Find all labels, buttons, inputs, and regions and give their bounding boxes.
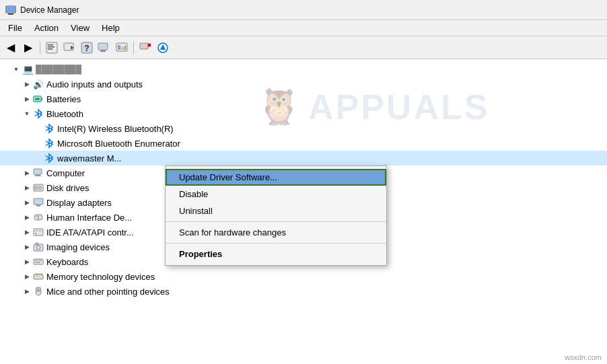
svg-rect-47	[36, 205, 41, 205]
expand-disk[interactable]: ▶	[22, 182, 32, 193]
ctx-scan[interactable]: Scan for hardware changes	[166, 224, 386, 241]
keyboard-icon	[32, 256, 44, 268]
svg-rect-14	[100, 50, 106, 50]
svg-marker-23	[160, 44, 166, 50]
remove-button[interactable]	[137, 40, 153, 56]
ctx-update-driver[interactable]: Update Driver Software...	[166, 169, 386, 186]
bt-wave-icon	[43, 152, 55, 164]
menu-file[interactable]: File	[3, 22, 28, 34]
svg-rect-5	[48, 44, 53, 46]
expand-display[interactable]: ▶	[22, 197, 32, 208]
svg-rect-60	[38, 260, 40, 261]
wsxdn-watermark: wsxdn.com	[565, 353, 602, 361]
tree-label-batteries: Batteries	[46, 94, 81, 104]
scan-button[interactable]	[155, 40, 171, 56]
tree-label-hid: Human Interface De...	[46, 213, 132, 223]
expand-keyboards[interactable]: ▶	[22, 256, 32, 267]
ctx-sep-2	[166, 243, 386, 244]
tree-item-audio[interactable]: ▶ Audio inputs and outputs	[0, 77, 607, 92]
tree-root-label: ████████	[36, 65, 81, 74]
svg-rect-46	[36, 205, 40, 207]
audio-icon	[32, 78, 44, 90]
mice-icon	[32, 285, 44, 297]
svg-rect-51	[34, 229, 43, 235]
forward-button[interactable]: ▶	[20, 40, 36, 56]
svg-rect-7	[48, 48, 52, 50]
properties-button[interactable]	[44, 40, 60, 56]
svg-rect-56	[36, 243, 38, 245]
svg-rect-17	[121, 47, 124, 50]
expand-memory[interactable]: ▶	[22, 271, 32, 282]
tree-label-mice: Mice and other pointing devices	[46, 287, 170, 297]
tree-label-computer: Computer	[46, 168, 85, 178]
svg-marker-33	[49, 139, 52, 147]
computer-icon	[32, 167, 44, 179]
tree-label-disk: Disk drives	[46, 183, 90, 193]
expand-batteries[interactable]: ▶	[22, 94, 32, 104]
tree-label-bt-wave: wavemaster M...	[57, 153, 121, 163]
ctx-properties[interactable]: Properties	[166, 246, 386, 262]
tree-label-ide: IDE ATA/ATAPI contr...	[46, 227, 134, 238]
svg-rect-50	[36, 215, 38, 217]
svg-text:?: ?	[84, 44, 89, 53]
svg-rect-12	[98, 43, 108, 50]
bt-intel-icon	[43, 122, 55, 135]
help-button[interactable]: ?	[79, 40, 95, 56]
ctx-sep-1	[166, 221, 386, 222]
context-menu: Update Driver Software... Disable Uninst…	[165, 166, 387, 266]
expand-bluetooth[interactable]: ▼	[22, 108, 32, 119]
menu-help[interactable]: Help	[96, 22, 125, 34]
tree-item-bt-wave[interactable]: ▶ wavemaster M...	[0, 151, 607, 166]
svg-rect-16	[118, 45, 120, 50]
update-button[interactable]	[61, 40, 77, 56]
ctx-uninstall[interactable]: Uninstall	[166, 203, 386, 219]
tree-item-mice[interactable]: ▶ Mice and other pointing devices	[0, 284, 607, 299]
svg-rect-39	[34, 169, 42, 174]
tree-label-bluetooth: Bluetooth	[46, 109, 83, 119]
bluetooth-icon	[32, 108, 44, 120]
device-view-button[interactable]	[96, 40, 112, 56]
expand-hid[interactable]: ▶	[22, 212, 32, 223]
svg-rect-66	[39, 273, 40, 275]
tree-item-bt-ms[interactable]: ▶ Microsoft Bluetooth Enumerator	[0, 136, 607, 151]
tree-root[interactable]: ▼ 💻 ████████	[0, 62, 607, 77]
tree-label-bt-intel: Intel(R) Wireless Bluetooth(R)	[57, 124, 174, 134]
expand-audio[interactable]: ▶	[22, 79, 32, 89]
tree-item-bluetooth[interactable]: ▼ Bluetooth	[0, 106, 607, 121]
svg-rect-58	[34, 260, 36, 261]
tree-item-bt-intel[interactable]: ▶ Intel(R) Wireless Bluetooth(R)	[0, 121, 607, 136]
back-button[interactable]: ◀	[3, 40, 19, 56]
toolbar-sep-2	[133, 41, 134, 54]
main-content: 🦉 APPUALS ▼ 💻 ████████ ▶ Audio inputs an…	[0, 59, 607, 364]
disk-icon	[32, 182, 44, 194]
memory-icon	[32, 270, 44, 283]
tree-item-batteries[interactable]: ▶ Batteries	[0, 92, 607, 106]
menu-view[interactable]: View	[65, 22, 95, 34]
resources-button[interactable]	[114, 40, 130, 56]
svg-rect-13	[100, 50, 106, 52]
svg-rect-2	[7, 13, 14, 13]
svg-rect-3	[7, 7, 15, 12]
expand-computer[interactable]: ▶	[22, 168, 32, 178]
menu-bar: File Action View Help	[0, 20, 607, 36]
tree-label-bt-ms: Microsoft Bluetooth Enumerator	[57, 139, 180, 149]
battery-icon	[32, 93, 44, 105]
svg-rect-43	[34, 186, 38, 190]
svg-rect-53	[35, 233, 37, 234]
expand-imaging[interactable]: ▶	[22, 242, 32, 252]
hid-icon	[32, 211, 44, 223]
tree-item-memory[interactable]: ▶ Memory technology devices	[0, 269, 607, 284]
menu-action[interactable]: Action	[29, 22, 64, 34]
title-bar: Device Manager	[0, 0, 607, 20]
expand-mice[interactable]: ▶	[22, 286, 32, 297]
svg-rect-45	[34, 198, 43, 205]
title-bar-text: Device Manager	[20, 5, 79, 15]
expand-root[interactable]: ▼	[11, 64, 22, 75]
svg-rect-18	[124, 46, 126, 50]
svg-rect-61	[40, 260, 42, 261]
expand-ide[interactable]: ▶	[22, 227, 32, 238]
ctx-disable[interactable]: Disable	[166, 186, 386, 203]
svg-rect-41	[34, 176, 41, 176]
svg-rect-6	[48, 46, 55, 48]
svg-rect-63	[34, 275, 43, 279]
